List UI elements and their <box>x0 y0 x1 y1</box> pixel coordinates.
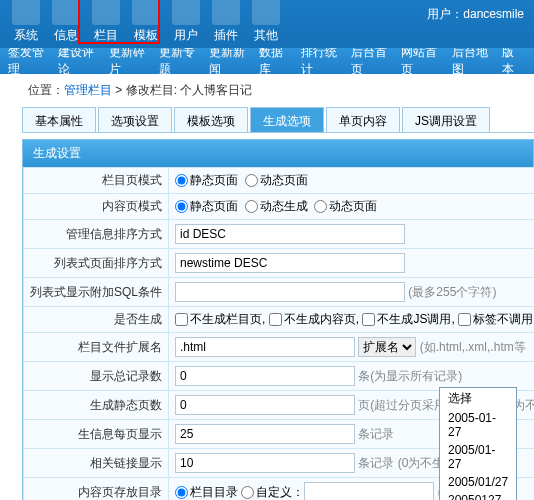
sub-8[interactable]: 网站首页 <box>401 44 437 78</box>
r2a[interactable]: 静态页面 <box>175 199 238 213</box>
tab-basic[interactable]: 基本属性 <box>22 107 96 132</box>
dirfmt-dropdown[interactable]: 选择 2005-01-27 2005/01-27 2005/01/27 2005… <box>439 387 517 500</box>
tab-js[interactable]: JS调用设置 <box>402 107 490 132</box>
sql-input[interactable] <box>175 282 405 302</box>
ext-sel[interactable]: 扩展名 <box>358 337 416 357</box>
top-system[interactable]: 系统 <box>6 0 46 48</box>
c6b[interactable]: 不生成内容页, <box>269 312 359 326</box>
ext-input[interactable] <box>175 337 355 357</box>
dd-2[interactable]: 2005/01-27 <box>440 441 516 473</box>
top-other[interactable]: 其他 <box>246 0 286 48</box>
lbl: 栏目页模式 <box>24 168 169 194</box>
sub-10[interactable]: 版本 <box>502 44 520 78</box>
r2b[interactable]: 动态生成 <box>245 199 308 213</box>
perpage-input[interactable] <box>175 424 355 444</box>
sub-nav: 签发管理 建设评论 更新碎片 更新专题 更新新闻 数据库 排行统计 后台首页 网… <box>0 48 534 74</box>
sub-2[interactable]: 更新碎片 <box>109 44 145 78</box>
sub-0[interactable]: 签发管理 <box>8 44 44 78</box>
r1a[interactable]: 静态页面 <box>175 173 238 187</box>
dd-1[interactable]: 2005-01-27 <box>440 409 516 441</box>
sub-9[interactable]: 后台地图 <box>452 44 488 78</box>
sub-4[interactable]: 更新新闻 <box>209 44 245 78</box>
related-input[interactable] <box>175 453 355 473</box>
section-title: 生成设置 <box>23 140 533 167</box>
sub-7[interactable]: 后台首页 <box>351 44 387 78</box>
c6a[interactable]: 不生成栏目页, <box>175 312 265 326</box>
order-input[interactable] <box>175 224 405 244</box>
tab-page[interactable]: 单页内容 <box>326 107 400 132</box>
tab-template[interactable]: 模板选项 <box>174 107 248 132</box>
static-input[interactable] <box>175 395 355 415</box>
sub-5[interactable]: 数据库 <box>259 44 286 78</box>
dd-0[interactable]: 选择 <box>440 388 516 409</box>
total-input[interactable] <box>175 366 355 386</box>
user-label: 用户：dancesmile <box>427 6 524 23</box>
top-template[interactable]: 模板 <box>126 0 166 48</box>
top-toolbar: 系统 信息 栏目 模板 用户 插件 其他 用户：dancesmile <box>0 0 534 48</box>
sub-1[interactable]: 建设评论 <box>58 44 94 78</box>
sub-6[interactable]: 排行统计 <box>301 44 337 78</box>
breadcrumb: 位置：管理栏目 > 修改栏目: 个人博客日记 <box>0 74 534 107</box>
top-plugin[interactable]: 插件 <box>206 0 246 48</box>
dd-3[interactable]: 2005/01/27 <box>440 473 516 491</box>
r12a[interactable]: 栏目目录 <box>175 485 238 499</box>
r1b[interactable]: 动态页面 <box>245 173 308 187</box>
c6d[interactable]: 标签不调用 <box>458 312 533 326</box>
r12b[interactable]: 自定义： <box>241 485 304 499</box>
tabs: 基本属性 选项设置 模板选项 生成选项 单页内容 JS调用设置 <box>22 107 534 133</box>
dd-4[interactable]: 20050127 <box>440 491 516 500</box>
top-user[interactable]: 用户 <box>166 0 206 48</box>
tab-options[interactable]: 选项设置 <box>98 107 172 132</box>
bc-link[interactable]: 管理栏目 <box>64 83 112 97</box>
tab-generate[interactable]: 生成选项 <box>250 107 324 132</box>
sub-3[interactable]: 更新专题 <box>159 44 195 78</box>
top-info[interactable]: 信息 <box>46 0 86 48</box>
custom-dir[interactable] <box>304 482 434 500</box>
c6c[interactable]: 不生成JS调用, <box>362 312 454 326</box>
listorder-input[interactable] <box>175 253 405 273</box>
top-column[interactable]: 栏目 <box>86 0 126 48</box>
r2c[interactable]: 动态页面 <box>314 199 377 213</box>
